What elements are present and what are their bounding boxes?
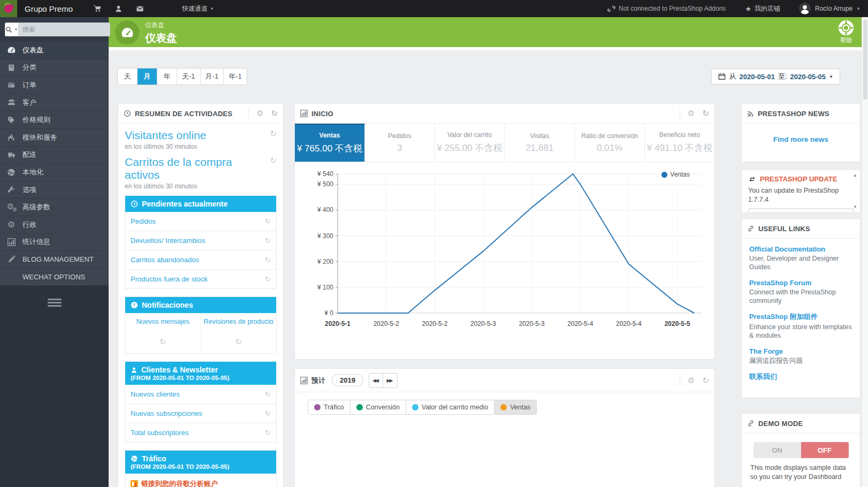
- sidebar-item-4[interactable]: 价格规则: [0, 111, 109, 129]
- sidebar-item-label: 统计信息: [22, 237, 50, 247]
- next-year-button[interactable]: ▶▶: [383, 374, 397, 387]
- sidebar-item-13[interactable]: WECHAT OPTIONS: [0, 269, 109, 286]
- demo-on-button[interactable]: ON: [753, 442, 801, 458]
- cart-icon[interactable]: [93, 4, 102, 13]
- refresh-icon[interactable]: ↻: [702, 376, 709, 385]
- help-button[interactable]: 帮助: [838, 20, 854, 44]
- gear-icon[interactable]: ⚙: [688, 109, 695, 118]
- dashboard-gauge-badge: [115, 20, 139, 44]
- customers-quick-icon[interactable]: [115, 5, 123, 13]
- link-title: PrestaShop Forum: [749, 279, 852, 287]
- forecast-legend-3[interactable]: Ventas: [494, 400, 536, 414]
- kpi-5[interactable]: Beneficio neto¥ 491.10 不含税: [645, 124, 714, 162]
- kpi-label: Pedidos: [388, 132, 411, 140]
- help-label: 帮助: [838, 36, 854, 44]
- filter-button-5[interactable]: 年-1: [224, 69, 247, 85]
- filter-button-1[interactable]: 月: [138, 69, 157, 85]
- user-menu[interactable]: Rocío Arrupe▼: [798, 2, 861, 15]
- forecast-legend-0[interactable]: Tráfico: [308, 400, 351, 414]
- kpi-0[interactable]: Ventas¥ 765.00 不含税: [295, 124, 365, 162]
- gear-icon[interactable]: ⚙: [688, 376, 695, 385]
- kpi-4[interactable]: Ratio de conversión0.01%: [575, 124, 645, 162]
- sidebar-item-9[interactable]: ⚙⚙高级参数: [0, 199, 109, 216]
- quick-access-dropdown[interactable]: 快速通道▼: [182, 4, 214, 13]
- forecast-legend-1[interactable]: Conversión: [351, 400, 406, 414]
- brand-logo[interactable]: [0, 0, 17, 17]
- filter-button-3[interactable]: 天-1: [177, 69, 201, 85]
- sidebar-item-5[interactable]: 模块和服务: [0, 129, 109, 147]
- calendar-icon: [718, 73, 726, 80]
- gear-icon[interactable]: ⚙: [256, 109, 263, 118]
- sidebar-item-0[interactable]: 仪表盘: [0, 42, 109, 59]
- pending-row-2[interactable]: Carritos abandonados↻: [125, 250, 276, 270]
- kpi-3[interactable]: Visitas21,881: [505, 124, 575, 162]
- mail-icon[interactable]: [135, 5, 144, 13]
- filter-button-4[interactable]: 月-1: [201, 69, 224, 85]
- scroll-up-icon[interactable]: ▲: [852, 173, 858, 178]
- useful-link-1[interactable]: PrestaShop ForumConnect with the PrestaS…: [749, 279, 852, 306]
- previous-year-button[interactable]: ◀◀: [369, 374, 383, 387]
- page-scrollbar[interactable]: [862, 17, 868, 487]
- update-text: You can update to PrestaShop 1.7.7.4: [742, 185, 860, 204]
- refresh-icon: ↻: [270, 156, 277, 165]
- sidebar-item-11[interactable]: 统计信息: [0, 234, 109, 252]
- link-description: Connect with the PrestaShop community: [749, 288, 852, 306]
- google-analytics-link[interactable]: 链接到您的谷歌分析账户: [125, 474, 276, 487]
- date-range-picker[interactable]: 从 2020-05-01 至: 2020-05-05 ▼: [711, 69, 840, 85]
- chart-legend[interactable]: Ventas: [661, 171, 690, 178]
- search-input[interactable]: [18, 22, 110, 36]
- filter-button-0[interactable]: 天: [118, 69, 138, 85]
- kpi-2[interactable]: Valor del carrito¥ 255.00 不含税: [435, 124, 505, 162]
- globe-icon: [131, 455, 138, 462]
- customer-row-2[interactable]: Total subscriptores↻: [125, 423, 276, 442]
- demo-mode-toggle: ON OFF: [753, 442, 849, 458]
- sidebar-item-3[interactable]: 客户: [0, 94, 109, 112]
- sidebar-item-2[interactable]: 订单: [0, 77, 109, 94]
- pending-row-1[interactable]: Devueltos/ Intercambios↻: [125, 231, 276, 250]
- sidebar-item-1[interactable]: 分类: [0, 59, 109, 77]
- pending-row-0[interactable]: Pedidos↻: [125, 212, 276, 231]
- sidebar-item-label: BLOG MANAGEMENT: [22, 255, 94, 263]
- refresh-icon[interactable]: ↻: [271, 109, 278, 118]
- useful-link-0[interactable]: Official DocumentationUser, Developer an…: [749, 245, 852, 272]
- scroll-thumb[interactable]: [863, 19, 867, 100]
- update-button-partial[interactable]: [748, 208, 854, 213]
- sidebar-item-6[interactable]: 配送: [0, 147, 109, 164]
- gauge-icon: [5, 45, 17, 55]
- demo-off-button[interactable]: OFF: [801, 442, 849, 458]
- customers-icon: [5, 98, 17, 108]
- kpi-1[interactable]: Pedidos3: [365, 124, 435, 162]
- sidebar-item-12[interactable]: BLOG MANAGEMENT: [0, 251, 109, 269]
- customer-row-1[interactable]: Nuevas subscripciones↻: [125, 404, 276, 423]
- useful-link-2[interactable]: PrestaShop 附加组件Enhance your store with t…: [749, 312, 852, 340]
- traffic-section: Tráfico (FROM 2020-05-01 TO 2020-05-05) …: [125, 450, 277, 487]
- refresh-icon: ↻: [265, 429, 271, 437]
- kpi-label: Beneficio neto: [659, 131, 700, 139]
- svg-text:¥ 300: ¥ 300: [317, 232, 333, 240]
- scroll-down-icon[interactable]: ▼: [852, 204, 858, 209]
- customer-row-0[interactable]: Nuevos clientes↻: [125, 385, 276, 404]
- visitors-online-link[interactable]: Visitantes online↻: [125, 129, 277, 142]
- legend-dot: [661, 172, 667, 178]
- visitors-online-sub: en los últimos 30 minutos: [125, 143, 277, 150]
- prestashop-news-panel: PRESTASHOP NEWS Find more news: [741, 103, 861, 162]
- my-shop-link[interactable]: ★我的店铺: [745, 4, 780, 13]
- sidebar-collapse-button[interactable]: [48, 299, 62, 307]
- notification-cell-0[interactable]: Nuevos mensajes↻: [125, 313, 201, 353]
- addons-status[interactable]: Not connected to PrestaShop Addons: [607, 5, 726, 13]
- sidebar-item-10[interactable]: ⚙行政: [0, 216, 109, 234]
- notification-cell-1[interactable]: Revisiones de producto↻: [201, 313, 277, 353]
- forecast-nav: ◀◀ ▶▶: [369, 373, 398, 388]
- active-carts-link[interactable]: Carritos de la compra activos↻: [125, 156, 277, 181]
- refresh-icon[interactable]: ↻: [702, 109, 709, 118]
- pending-row-3[interactable]: Productos fuera de stock↻: [125, 270, 276, 288]
- sidebar-item-7[interactable]: 本地化: [0, 164, 109, 181]
- find-more-news-link[interactable]: Find more news: [742, 135, 860, 143]
- useful-link-4[interactable]: 联系我们: [749, 372, 852, 382]
- panel-scrollbar[interactable]: ▲ ▼: [852, 173, 858, 209]
- useful-link-3[interactable]: The Forge漏洞追踪报告问题: [749, 347, 852, 365]
- search-scope-button[interactable]: ▼: [5, 22, 18, 36]
- filter-button-2[interactable]: 年: [157, 69, 177, 85]
- sidebar-item-8[interactable]: 选项: [0, 181, 109, 199]
- forecast-legend-2[interactable]: Valor del carrito medio: [406, 400, 494, 414]
